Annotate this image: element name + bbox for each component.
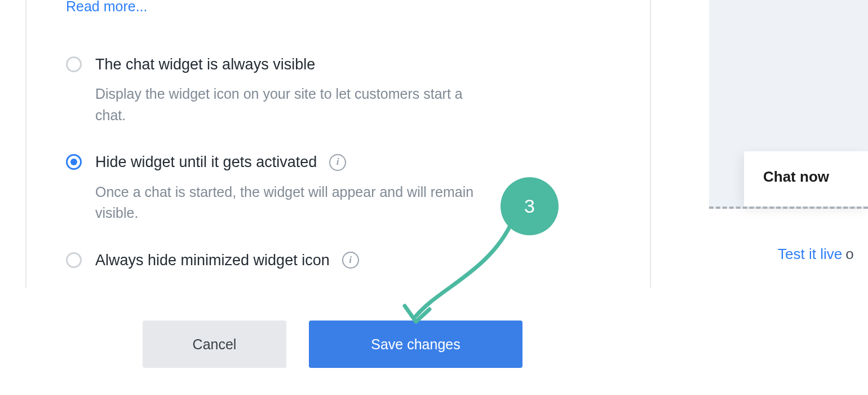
test-live-text: Test it live bbox=[778, 245, 842, 262]
radio-always-visible[interactable] bbox=[66, 56, 82, 72]
option-desc: Display the widget icon on your site to … bbox=[95, 84, 490, 126]
option-title: Always hide minimized widget icon bbox=[95, 251, 359, 269]
option-title: The chat widget is always visible bbox=[95, 55, 490, 73]
option-title-text: The chat widget is always visible bbox=[95, 55, 315, 73]
step-number: 3 bbox=[524, 195, 535, 217]
option-always-visible: The chat widget is always visible Displa… bbox=[66, 55, 610, 126]
option-title-text: Hide widget until it gets activated bbox=[95, 153, 317, 171]
info-icon[interactable] bbox=[342, 252, 359, 269]
step-badge: 3 bbox=[501, 177, 559, 235]
option-text: The chat widget is always visible Displa… bbox=[95, 55, 490, 126]
option-text: Always hide minimized widget icon bbox=[95, 251, 359, 269]
info-icon[interactable] bbox=[329, 154, 346, 171]
test-live-suffix: o bbox=[845, 245, 853, 262]
chat-preview-card: Chat now bbox=[744, 151, 868, 207]
option-title-text: Always hide minimized widget icon bbox=[95, 251, 330, 269]
option-title: Hide widget until it gets activated bbox=[95, 153, 490, 171]
radio-always-hide-minimized[interactable] bbox=[66, 252, 82, 268]
test-it-live-link[interactable]: Test it liveo bbox=[778, 245, 854, 263]
read-more-link[interactable]: Read more... bbox=[66, 0, 148, 15]
radio-hide-until-activated[interactable] bbox=[66, 154, 82, 170]
divider-dashed bbox=[709, 207, 868, 209]
cancel-button[interactable]: Cancel bbox=[143, 321, 286, 368]
chat-preview-title: Chat now bbox=[763, 168, 868, 186]
